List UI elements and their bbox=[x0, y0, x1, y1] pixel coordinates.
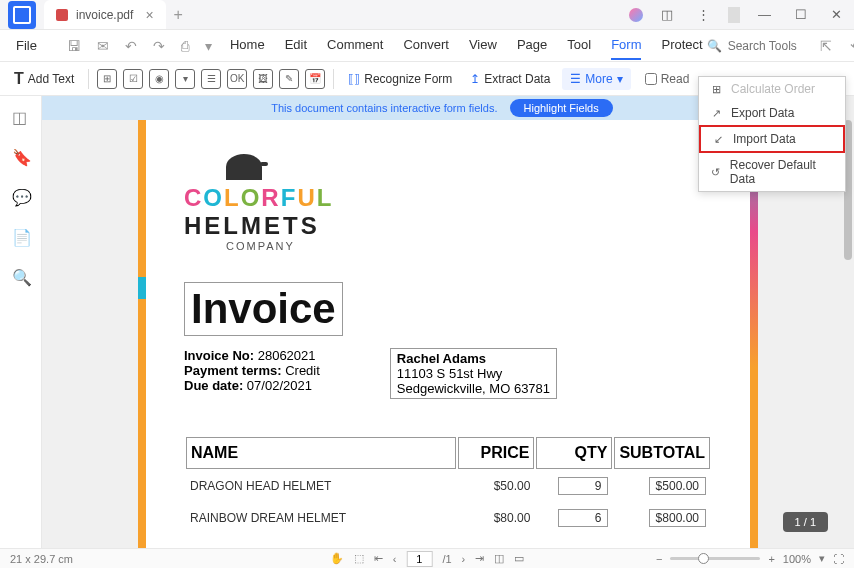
fit-width-icon[interactable]: ◫ bbox=[494, 552, 504, 565]
new-tab-button[interactable]: + bbox=[174, 6, 183, 24]
mail-icon[interactable]: ✉ bbox=[91, 34, 115, 58]
search-input[interactable] bbox=[728, 39, 808, 53]
window-controls: ◫ ⋮ — ☐ ✕ bbox=[629, 3, 854, 26]
date-tool-icon[interactable]: 📅 bbox=[305, 69, 325, 89]
helmet-icon bbox=[226, 154, 262, 180]
page-nav: ✋ ⬚ ⇤ ‹ /1 › ⇥ ◫ ▭ bbox=[330, 551, 525, 567]
table-row: RAINBOW DREAM HELMET $80.00 6 $800.00 bbox=[186, 503, 710, 533]
ribbon-tabs: Home Edit Comment Convert View Page Tool… bbox=[230, 31, 703, 60]
minimize-button[interactable]: — bbox=[752, 3, 777, 26]
dd-calculate-order: ⊞ Calculate Order bbox=[699, 77, 845, 101]
zoom-in-icon[interactable]: + bbox=[768, 553, 774, 565]
attachments-icon[interactable]: 📄 bbox=[12, 228, 30, 246]
image-tool-icon[interactable]: 🖼 bbox=[253, 69, 273, 89]
customer-field[interactable]: Rachel Adams 11103 S 51st Hwy Sedgewickv… bbox=[390, 348, 557, 399]
read-checkbox[interactable]: Read bbox=[645, 72, 690, 86]
zoom-dropdown-icon[interactable]: ▾ bbox=[819, 552, 825, 565]
redo-icon[interactable]: ↷ bbox=[147, 34, 171, 58]
dropdown-icon[interactable]: ▾ bbox=[199, 34, 218, 58]
tab-form[interactable]: Form bbox=[611, 31, 641, 60]
account-icon[interactable] bbox=[629, 8, 643, 22]
cloud-icon[interactable]: ⟲ bbox=[844, 34, 854, 58]
bookmarks-icon[interactable]: 🔖 bbox=[12, 148, 30, 166]
chevron-down-icon: ▾ bbox=[617, 72, 623, 86]
tab-view[interactable]: View bbox=[469, 31, 497, 60]
zoom-out-icon[interactable]: − bbox=[656, 553, 662, 565]
qty-field[interactable]: 9 bbox=[558, 477, 608, 495]
recognize-form-button[interactable]: ⟦⟧ Recognize Form bbox=[342, 68, 458, 90]
import-icon: ↙ bbox=[711, 132, 725, 146]
tab-protect[interactable]: Protect bbox=[661, 31, 702, 60]
textfield-tool-icon[interactable]: ⊞ bbox=[97, 69, 117, 89]
tab-title: invoice.pdf bbox=[76, 8, 133, 22]
logo-colorful: COLORFUL bbox=[184, 184, 712, 212]
document-tab[interactable]: invoice.pdf × bbox=[44, 0, 166, 29]
tab-comment[interactable]: Comment bbox=[327, 31, 383, 60]
close-window-button[interactable]: ✕ bbox=[825, 3, 848, 26]
calculate-icon: ⊞ bbox=[709, 82, 723, 96]
statusbar: 21 x 29.7 cm ✋ ⬚ ⇤ ‹ /1 › ⇥ ◫ ▭ − + 100%… bbox=[0, 548, 854, 568]
more-button[interactable]: ☰ More ▾ bbox=[562, 68, 630, 90]
dd-import-data[interactable]: ↙ Import Data bbox=[699, 125, 845, 153]
file-menu[interactable]: File bbox=[8, 34, 45, 57]
logo-company: COMPANY bbox=[226, 240, 712, 252]
last-page-icon[interactable]: ⇥ bbox=[475, 552, 484, 565]
zoom-slider[interactable] bbox=[670, 557, 760, 560]
share-icon[interactable]: ⇱ bbox=[814, 34, 838, 58]
zoom-controls: − + 100% ▾ ⛶ bbox=[656, 552, 844, 565]
highlight-fields-button[interactable]: Highlight Fields bbox=[510, 99, 613, 117]
tab-convert[interactable]: Convert bbox=[403, 31, 449, 60]
qty-field[interactable]: 6 bbox=[558, 509, 608, 527]
search-tools[interactable]: 🔍 ⇱ ⟲ ▴ bbox=[707, 34, 854, 58]
signature-tool-icon[interactable]: ✎ bbox=[279, 69, 299, 89]
subtotal-field[interactable]: $500.00 bbox=[649, 477, 706, 495]
undo-icon[interactable]: ↶ bbox=[119, 34, 143, 58]
invoice-table: NAME PRICE QTY SUBTOTAL DRAGON HEAD HELM… bbox=[184, 435, 712, 535]
select-tool-icon[interactable]: ⬚ bbox=[354, 552, 364, 565]
extract-data-button[interactable]: ↥ Extract Data bbox=[464, 68, 556, 90]
zoom-thumb[interactable] bbox=[698, 553, 709, 564]
first-page-icon[interactable]: ⇤ bbox=[374, 552, 383, 565]
invoice-title[interactable]: Invoice bbox=[184, 282, 343, 336]
export-icon: ↗ bbox=[709, 106, 723, 120]
recover-icon: ↺ bbox=[709, 165, 722, 179]
dd-export-data[interactable]: ↗ Export Data bbox=[699, 101, 845, 125]
page-input[interactable] bbox=[406, 551, 432, 567]
checkbox-tool-icon[interactable]: ☑ bbox=[123, 69, 143, 89]
close-tab-icon[interactable]: × bbox=[145, 7, 153, 23]
menubar: File 🖫 ✉ ↶ ↷ ⎙ ▾ Home Edit Comment Conve… bbox=[0, 30, 854, 62]
hand-tool-icon[interactable]: ✋ bbox=[330, 552, 344, 565]
fit-page-icon[interactable]: ▭ bbox=[514, 552, 524, 565]
maximize-button[interactable]: ☐ bbox=[789, 3, 813, 26]
add-text-button[interactable]: T Add Text bbox=[8, 66, 80, 92]
tab-page[interactable]: Page bbox=[517, 31, 547, 60]
more-dropdown: ⊞ Calculate Order ↗ Export Data ↙ Import… bbox=[698, 76, 846, 192]
tab-home[interactable]: Home bbox=[230, 31, 265, 60]
zoom-value[interactable]: 100% bbox=[783, 553, 811, 565]
listbox-tool-icon[interactable]: ☰ bbox=[201, 69, 221, 89]
page-indicator-badge: 1 / 1 bbox=[783, 512, 828, 532]
notification-icon[interactable]: ◫ bbox=[655, 3, 679, 26]
save-icon[interactable]: 🖫 bbox=[61, 34, 87, 58]
company-logo: COLORFUL HELMETS COMPANY bbox=[184, 154, 712, 252]
next-page-icon[interactable]: › bbox=[462, 553, 466, 565]
fullscreen-icon[interactable]: ⛶ bbox=[833, 553, 844, 565]
dropdown-tool-icon[interactable]: ▾ bbox=[175, 69, 195, 89]
left-panel: ◫ 🔖 💬 📄 🔍 bbox=[0, 96, 42, 548]
search-panel-icon[interactable]: 🔍 bbox=[12, 268, 30, 286]
comments-icon[interactable]: 💬 bbox=[12, 188, 30, 206]
tab-tool[interactable]: Tool bbox=[567, 31, 591, 60]
subtotal-field[interactable]: $800.00 bbox=[649, 509, 706, 527]
print-icon[interactable]: ⎙ bbox=[175, 34, 195, 58]
dd-recover-default[interactable]: ↺ Recover Default Data bbox=[699, 153, 845, 191]
kebab-menu-icon[interactable]: ⋮ bbox=[691, 3, 716, 26]
tab-edit[interactable]: Edit bbox=[285, 31, 307, 60]
pdf-icon bbox=[56, 9, 68, 21]
button-tool-icon[interactable]: OK bbox=[227, 69, 247, 89]
radio-tool-icon[interactable]: ◉ bbox=[149, 69, 169, 89]
titlebar: invoice.pdf × + ◫ ⋮ — ☐ ✕ bbox=[0, 0, 854, 30]
prev-page-icon[interactable]: ‹ bbox=[393, 553, 397, 565]
page-dimensions: 21 x 29.7 cm bbox=[10, 553, 73, 565]
hamburger-icon: ☰ bbox=[570, 72, 581, 86]
thumbnails-icon[interactable]: ◫ bbox=[12, 108, 30, 126]
